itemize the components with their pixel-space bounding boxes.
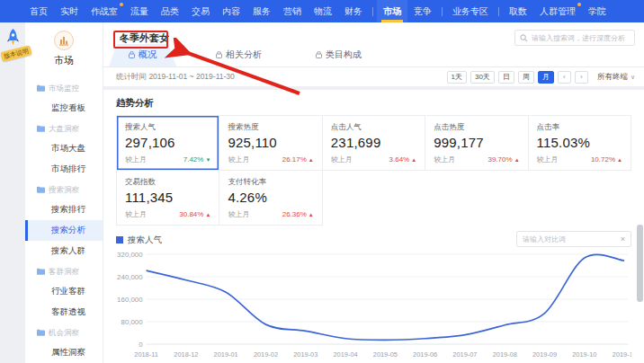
terminal-dropdown[interactable]: 所有终端 ∨ [597, 72, 635, 83]
scrollbar-thumb[interactable] [637, 225, 643, 302]
metric-label: 支付转化率 [228, 177, 313, 188]
prev-page-button[interactable]: ‹ [558, 71, 571, 84]
sidebar-item-监控看板[interactable]: 监控看板 [25, 98, 103, 119]
next-page-button[interactable]: › [575, 71, 588, 84]
metric-value: 111,345 [125, 190, 210, 205]
granularity-button-月[interactable]: 月 [538, 71, 554, 84]
up-arrow-icon: ▲ [205, 212, 210, 217]
top-nav: 首页实时作战室流量品类交易内容服务营销物流财务市场竞争业务专区取数人群管理学院 [0, 0, 644, 22]
sidebar-item-属性洞察[interactable]: 属性洞察 [25, 342, 103, 363]
metric-value: 999,177 [434, 135, 519, 150]
nav-item-学院[interactable]: 学院 [582, 0, 613, 22]
nav-item-取数[interactable]: 取数 [503, 0, 533, 22]
delta-pct: 26.17% [282, 155, 307, 164]
chart-section: 搜索人气 × 080,000160,000240,000320,0002018-… [116, 231, 631, 363]
x-axis-tick: 2019-06 [413, 350, 437, 359]
range-button-30天[interactable]: 30天 [470, 71, 495, 84]
tab-类目构成[interactable]: 类目构成 [301, 44, 376, 66]
folder-icon [37, 186, 45, 195]
compare-label: 较上月 [125, 209, 147, 219]
y-axis-tick: 320,000 [117, 251, 143, 259]
nav-item-首页[interactable]: 首页 [23, 0, 54, 22]
search-input[interactable] [532, 34, 630, 42]
lock-icon [129, 50, 135, 60]
sidebar-item-行业客群[interactable]: 行业客群 [25, 281, 103, 302]
group-label: 市场监控 [49, 84, 79, 94]
delta-pct: 26.36% [282, 210, 307, 218]
group-label: 机会洞察 [49, 328, 79, 339]
nav-item-内容[interactable]: 内容 [216, 0, 246, 22]
market-module-icon [54, 31, 74, 50]
sidebar-item-搜索排行[interactable]: 搜索排行 [25, 199, 103, 220]
left-rail: 版本说明 [0, 22, 25, 363]
sidebar-group-市场监控: 市场监控 [25, 78, 103, 98]
nav-item-品类[interactable]: 品类 [155, 0, 185, 22]
metric-value: 115.03% [537, 135, 622, 150]
metric-card-点击热度[interactable]: 点击热度999,177较上月39.70%▲ [425, 116, 528, 171]
delta-value: 30.84%▲ [179, 210, 210, 218]
empty-cell [323, 171, 425, 226]
granularity-button-日[interactable]: 日 [498, 71, 514, 84]
nav-divider [498, 7, 499, 16]
sidebar-module-header: 市场 [25, 22, 103, 67]
nav-item-实时[interactable]: 实时 [54, 0, 85, 22]
x-axis-tick: 2019-07 [452, 350, 477, 359]
nav-item-作战室[interactable]: 作战室 [85, 0, 124, 22]
granularity-button-周[interactable]: 周 [518, 71, 534, 84]
range-button-1天[interactable]: 1天 [447, 71, 467, 84]
tab-相关分析[interactable]: 相关分析 [201, 44, 276, 66]
main-content: 冬季外套女 概况相关分析类目构成 统计时间 2019-11-01 ~ 2019-… [103, 22, 644, 363]
metric-card-点击人气[interactable]: 点击人气231,699较上月3.64%▲ [323, 116, 425, 171]
metric-label: 点击热度 [434, 122, 519, 133]
empty-cell [529, 171, 631, 226]
lock-icon [316, 50, 322, 60]
sidebar-item-客群透视[interactable]: 客群透视 [25, 302, 103, 323]
module-label: 市场 [25, 54, 103, 67]
metric-delta: 较上月26.17%▲ [228, 155, 313, 164]
up-arrow-icon: ▲ [514, 157, 520, 163]
nav-item-财务[interactable]: 财务 [338, 0, 369, 22]
nav-item-市场[interactable]: 市场 [377, 0, 407, 22]
sidebar-group-机会洞察: 机会洞察 [25, 323, 103, 342]
compare-input-box[interactable]: × [516, 231, 631, 247]
y-axis-tick: 80,000 [121, 318, 144, 326]
nav-item-交易[interactable]: 交易 [185, 0, 216, 22]
metric-label: 交易指数 [125, 177, 210, 188]
folder-icon [37, 84, 45, 93]
close-icon[interactable]: × [617, 235, 625, 243]
metric-card-搜索热度[interactable]: 搜索热度925,110较上月26.17%▲ [219, 116, 322, 171]
nav-item-流量[interactable]: 流量 [124, 0, 155, 22]
delta-value: 3.64%▲ [389, 155, 417, 164]
sidebar-item-搜索分析[interactable]: 搜索分析 [25, 220, 103, 241]
up-arrow-icon: ▲ [411, 157, 416, 163]
sidebar-item-市场大盘[interactable]: 市场大盘 [25, 138, 103, 159]
rocket-launcher-icon[interactable] [6, 29, 20, 49]
chevron-down-icon: ∨ [631, 74, 635, 81]
tab-label: 概况 [139, 49, 157, 61]
folder-icon [37, 329, 45, 338]
folder-icon [37, 125, 45, 134]
metric-card-搜索人气[interactable]: 搜索人气297,106较上月7.42%▼ [117, 116, 219, 171]
nav-item-服务[interactable]: 服务 [246, 0, 277, 22]
nav-item-业务专区[interactable]: 业务专区 [446, 0, 495, 22]
metric-card-点击率[interactable]: 点击率115.03%较上月10.72%▲ [529, 116, 631, 171]
metric-label: 搜索热度 [228, 122, 313, 133]
metric-delta: 较上月39.70%▲ [434, 155, 519, 164]
compare-input[interactable] [523, 235, 617, 243]
sidebar-item-市场排行[interactable]: 市场排行 [25, 159, 103, 180]
sidebar-group-客群洞察: 客群洞察 [25, 261, 103, 281]
nav-item-竞争[interactable]: 竞争 [407, 0, 438, 22]
nav-item-物流[interactable]: 物流 [308, 0, 338, 22]
nav-item-人群管理[interactable]: 人群管理 [533, 0, 582, 22]
keyword-search-box[interactable] [514, 30, 635, 46]
nav-divider [372, 7, 373, 16]
sidebar-item-搜索人群[interactable]: 搜索人群 [25, 241, 103, 261]
sidebar-group-搜索洞察: 搜索洞察 [25, 180, 103, 199]
nav-item-营销[interactable]: 营销 [277, 0, 308, 22]
delta-pct: 39.70% [488, 155, 513, 164]
header-block: 冬季外套女 概况相关分析类目构成 统计时间 2019-11-01 ~ 2019-… [103, 22, 644, 86]
lock-icon [216, 50, 222, 60]
tab-概况[interactable]: 概况 [109, 44, 176, 66]
metric-card-支付转化率[interactable]: 支付转化率4.26%较上月26.36%▲ [219, 171, 322, 226]
metric-card-交易指数[interactable]: 交易指数111,345较上月30.84%▲ [117, 171, 219, 226]
